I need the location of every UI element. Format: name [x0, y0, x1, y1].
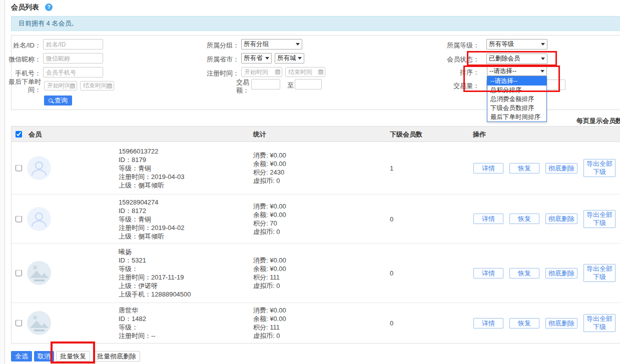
table-row: 15928904274 ID：8172 等级：青铜 注册时间：2019-04-0…	[12, 194, 620, 244]
search-button[interactable]: 查询	[44, 96, 72, 106]
sub-count-column-header: 下级会员数	[390, 126, 422, 142]
detail-button[interactable]: 详情	[473, 163, 503, 174]
row-checkbox[interactable]	[16, 165, 22, 172]
member-info: 唐世华 ID：1482 等级： 注册时间：--	[119, 306, 156, 340]
stat-coins: 虚拟币: 0	[253, 332, 286, 340]
restore-button[interactable]: 恢复	[509, 268, 539, 278]
member-info: 曦扬 ID：5321 等级： 注册时间：2017-11-19 上级：伊诺呀 上级…	[119, 248, 191, 298]
export-subordinates-button[interactable]: 导出全部下级	[583, 210, 615, 228]
select-all-checkbox[interactable]	[16, 131, 22, 138]
member-name: 曦扬	[119, 248, 191, 256]
member-phone: 15928904274	[119, 198, 185, 206]
member-level: 等级：	[119, 323, 156, 332]
row-checkbox[interactable]	[16, 270, 22, 276]
per-page-label: 每页显示会员数	[576, 116, 620, 126]
member-parent: 上级：伊诺呀	[119, 282, 191, 290]
sort-option[interactable]: 下级会员数排序	[487, 104, 546, 112]
batch-delete-button[interactable]: 批量彻底删除	[93, 351, 140, 362]
export-subordinates-button[interactable]: 导出全部下级	[583, 314, 615, 332]
export-subordinates-button[interactable]: 导出全部下级	[583, 264, 615, 282]
delete-forever-button[interactable]: 彻底删除	[545, 214, 577, 224]
member-list-page: 会员列表 ? 目前拥有 4 名会员。 姓名/ID： 微信昵称： 手机号： 最后下…	[0, 0, 620, 364]
group-select[interactable]: 所有分组	[241, 39, 302, 50]
member-stats: 消费: ¥0.00 余额: ¥0.00 积分: 2430 虚拟币: 0	[253, 151, 286, 185]
restore-button[interactable]: 恢复	[509, 214, 539, 224]
trade-amount-min-input[interactable]	[251, 79, 280, 90]
sort-option[interactable]: 最后下单时间排序	[487, 112, 546, 122]
detail-button[interactable]: 详情	[473, 268, 503, 278]
sort-select[interactable]: --请选择--	[487, 66, 547, 76]
status-select[interactable]: 已删除会员	[486, 54, 547, 64]
table-row: 曦扬 ID：5321 等级： 注册时间：2017-11-19 上级：伊诺呀 上级…	[12, 244, 620, 303]
row-checkbox[interactable]	[16, 320, 22, 326]
wechat-input[interactable]	[43, 53, 103, 64]
chevron-down-icon	[541, 43, 545, 46]
calendar-icon	[318, 70, 323, 74]
member-stats: 消费: ¥0.00 余额: ¥0.00 积分: 111 虚拟币: 0	[253, 256, 286, 290]
reg-start-placeholder: 开始时间	[244, 68, 275, 76]
region-label: 所属省市：	[202, 56, 239, 64]
wechat-label: 微信昵称：	[4, 56, 41, 64]
reg-end-input[interactable]: 结束时间	[285, 67, 325, 77]
delete-forever-button[interactable]: 彻底删除	[545, 163, 577, 174]
member-level: 等级：	[119, 264, 191, 273]
batch-restore-button[interactable]: 批量恢复	[56, 351, 90, 362]
group-label: 所属分组：	[202, 42, 239, 50]
image-placeholder-icon	[27, 311, 51, 335]
sort-option[interactable]: --请选择--	[487, 76, 546, 86]
export-subordinates-button[interactable]: 导出全部下级	[583, 159, 615, 177]
city-select[interactable]: 所有城市	[275, 53, 304, 64]
stat-points: 积分: 111	[253, 273, 286, 282]
chevron-down-icon	[540, 70, 544, 72]
stat-consume: 消费: ¥0.00	[253, 306, 286, 314]
stat-consume: 消费: ¥0.00	[253, 202, 286, 210]
cancel-button[interactable]: 取消	[34, 351, 54, 362]
last-order-end-input[interactable]: 结束时间	[80, 81, 114, 90]
sort-option[interactable]: 总消费金额排序	[487, 94, 546, 104]
name-id-input[interactable]	[43, 39, 103, 50]
member-id: ID：5321	[119, 256, 191, 264]
stat-points: 积分: 2430	[253, 168, 286, 176]
member-reg-time: 注册时间：2019-04-03	[119, 172, 185, 181]
phone-input[interactable]	[43, 67, 103, 78]
restore-button[interactable]: 恢复	[509, 318, 539, 328]
phone-label: 手机号：	[4, 70, 41, 78]
last-order-start-placeholder: 开始时间	[47, 82, 70, 90]
calendar-icon	[107, 84, 112, 88]
member-phone: 15966013722	[119, 147, 185, 156]
row-actions: 详情 恢复 彻底删除 导出全部下级	[473, 210, 615, 228]
chevron-down-icon	[541, 58, 545, 60]
province-select[interactable]: 所有省	[241, 53, 272, 64]
sub-member-count: 0	[390, 320, 393, 327]
table-header-row: 会员 统计 下级会员数 操作	[12, 126, 620, 142]
page-title: 会员列表	[11, 3, 39, 12]
group-select-value: 所有分组	[244, 40, 294, 48]
stats-column-header: 统计	[253, 126, 266, 142]
level-select[interactable]: 所有等级	[486, 39, 547, 50]
help-icon[interactable]: ?	[45, 4, 53, 11]
detail-button[interactable]: 详情	[473, 318, 503, 328]
member-info: 15928904274 ID：8172 等级：青铜 注册时间：2019-04-0…	[119, 198, 185, 240]
member-id: ID：8179	[119, 156, 185, 164]
row-checkbox[interactable]	[16, 216, 22, 222]
delete-forever-button[interactable]: 彻底删除	[545, 268, 577, 278]
member-count-banner: 目前拥有 4 名会员。	[11, 16, 620, 31]
row-actions: 详情 恢复 彻底删除 导出全部下级	[473, 314, 615, 332]
member-stats: 消费: ¥0.00 余额: ¥0.00 积分: 70 虚拟币: 0	[253, 202, 286, 236]
level-select-value: 所有等级	[489, 40, 539, 48]
member-column-header: 会员	[29, 126, 42, 142]
select-all-button[interactable]: 全选	[11, 351, 32, 362]
sort-dropdown-list: --请选择-- 总积分排序 总消费金额排序 下级会员数排序 最后下单时间排序	[487, 76, 547, 122]
delete-forever-button[interactable]: 彻底删除	[545, 318, 577, 328]
reg-start-input[interactable]: 开始时间	[241, 67, 282, 77]
member-info: 15966013722 ID：8179 等级：青铜 注册时间：2019-04-0…	[119, 147, 185, 190]
trade-amount-max-input[interactable]	[295, 79, 322, 90]
sort-option[interactable]: 总积分排序	[487, 86, 546, 94]
member-id: ID：8172	[119, 206, 185, 214]
reg-end-placeholder: 结束时间	[288, 68, 318, 76]
restore-button[interactable]: 恢复	[509, 163, 539, 174]
member-name: 唐世华	[119, 306, 156, 314]
search-icon	[49, 98, 53, 102]
last-order-start-input[interactable]: 开始时间	[44, 81, 77, 90]
detail-button[interactable]: 详情	[473, 214, 503, 224]
